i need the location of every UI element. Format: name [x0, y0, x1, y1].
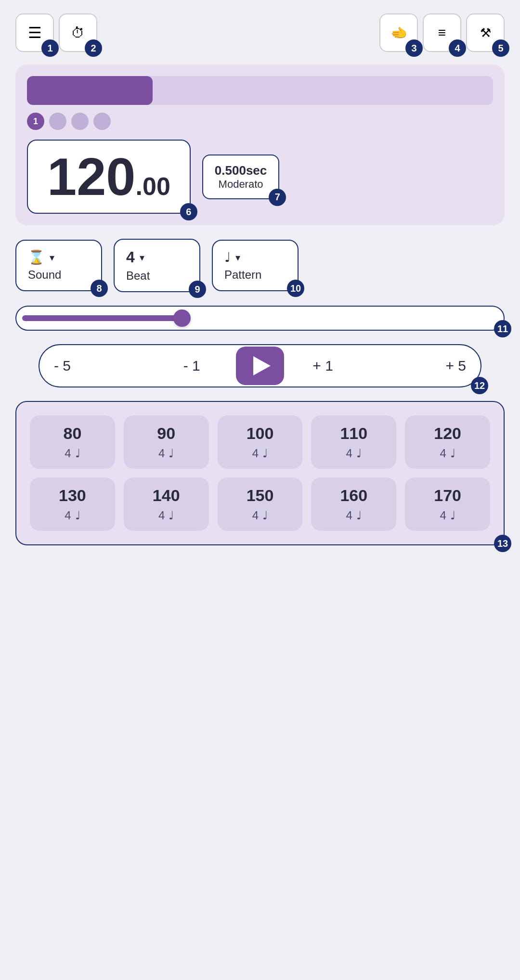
play-icon — [253, 356, 271, 375]
preset-beat-130: 4 — [65, 509, 71, 522]
metronome-icon: ⌛ — [28, 249, 45, 265]
preset-beat-100: 4 — [252, 447, 259, 460]
menu-icon: ☰ — [28, 24, 42, 42]
beat-dot-3 — [71, 113, 89, 130]
preset-card-90[interactable]: 90 4 ♩ — [124, 415, 209, 469]
badge-5: 5 — [492, 39, 509, 57]
list-icon: ≡ — [438, 25, 446, 40]
badge-3: 3 — [405, 39, 423, 57]
tuner-icon: ⚒ — [480, 26, 491, 40]
beat-dot-2 — [49, 113, 66, 130]
playback-section: - 5 - 1 + 1 + 5 12 — [39, 344, 481, 387]
badge-2: 2 — [85, 39, 102, 57]
preset-details-140: 4 ♩ — [129, 509, 204, 522]
preset-bpm-120: 120 — [410, 424, 485, 443]
slider-fill — [22, 315, 178, 321]
preset-beat-110: 4 — [346, 447, 352, 460]
badge-9: 9 — [189, 281, 206, 298]
preset-card-140[interactable]: 140 4 ♩ — [124, 477, 209, 531]
beat-label: Beat — [126, 269, 150, 283]
preset-card-160[interactable]: 160 4 ♩ — [311, 477, 396, 531]
preset-bpm-80: 80 — [35, 424, 110, 443]
preset-beat-160: 4 — [346, 509, 352, 522]
preset-bpm-140: 140 — [129, 486, 204, 505]
play-button[interactable] — [236, 347, 284, 385]
badge-8: 8 — [91, 280, 108, 297]
presets-grid: 80 4 ♩ 90 4 ♩ 100 4 ♩ 110 4 ♩ 120 4 ♩ 13… — [30, 415, 490, 531]
badge-12: 12 — [471, 377, 488, 394]
tempo-name-label: Moderato — [215, 178, 267, 191]
minus5-button[interactable]: - 5 — [54, 358, 71, 374]
preset-beat-120: 4 — [440, 447, 446, 460]
preset-card-120[interactable]: 120 4 ♩ — [405, 415, 490, 469]
beat-top: 4 ▾ — [126, 248, 144, 266]
tuner-button[interactable]: ⚒ 5 — [466, 13, 505, 52]
interval-display: 0.500sec — [215, 163, 267, 178]
preset-note-80: ♩ — [75, 447, 80, 460]
preset-note-120: ♩ — [450, 447, 455, 460]
sound-top: ⌛ ▾ — [28, 249, 54, 265]
preset-bpm-160: 160 — [316, 486, 391, 505]
beat-value-display: 4 — [126, 248, 135, 266]
preset-note-90: ♩ — [169, 447, 174, 460]
preset-beat-140: 4 — [158, 509, 165, 522]
preset-note-170: ♩ — [450, 509, 455, 522]
preset-details-90: 4 ♩ — [129, 447, 204, 460]
badge-11: 11 — [494, 320, 511, 337]
preset-bpm-110: 110 — [316, 424, 391, 443]
menu-button[interactable]: ☰ 1 — [15, 13, 54, 52]
preset-beat-90: 4 — [158, 447, 165, 460]
tempo-display[interactable]: 120.00 6 — [27, 140, 191, 214]
preset-bpm-150: 150 — [222, 486, 298, 505]
badge-10: 10 — [287, 280, 304, 297]
playback-bar: - 5 - 1 + 1 + 5 12 — [39, 344, 481, 387]
tempo-row: 120.00 6 0.500sec Moderato 7 — [27, 140, 493, 214]
badge-4: 4 — [449, 39, 466, 57]
tempo-decimal: .00 — [136, 172, 170, 200]
progress-bar-fill — [27, 76, 153, 105]
preset-details-100: 4 ♩ — [222, 447, 298, 460]
note-icon: ♩ — [224, 249, 231, 265]
preset-note-100: ♩ — [262, 447, 268, 460]
preset-details-160: 4 ♩ — [316, 509, 391, 522]
timer-icon: ⏱ — [71, 25, 85, 41]
plus5-button[interactable]: + 5 — [445, 358, 466, 374]
preset-beat-170: 4 — [440, 509, 446, 522]
preset-card-110[interactable]: 110 4 ♩ — [311, 415, 396, 469]
preset-bpm-130: 130 — [35, 486, 110, 505]
header-right: 🫲 3 ≡ 4 ⚒ 5 — [379, 13, 505, 52]
presets-section: 80 4 ♩ 90 4 ♩ 100 4 ♩ 110 4 ♩ 120 4 ♩ 13… — [15, 401, 505, 545]
slider-section: 11 — [15, 306, 505, 331]
preset-details-110: 4 ♩ — [316, 447, 391, 460]
pattern-arrow-icon: ▾ — [235, 252, 240, 263]
preset-note-140: ♩ — [169, 509, 174, 522]
sound-arrow-icon: ▾ — [50, 252, 54, 263]
preset-note-160: ♩ — [356, 509, 362, 522]
preset-card-100[interactable]: 100 4 ♩ — [218, 415, 303, 469]
preset-bpm-90: 90 — [129, 424, 204, 443]
preset-card-80[interactable]: 80 4 ♩ — [30, 415, 115, 469]
plus1-button[interactable]: + 1 — [312, 358, 333, 374]
slider-thumb[interactable] — [173, 309, 191, 327]
beat-arrow-icon: ▾ — [140, 252, 144, 263]
preset-card-150[interactable]: 150 4 ♩ — [218, 477, 303, 531]
beat-dropdown[interactable]: 4 ▾ Beat 9 — [114, 239, 200, 292]
touch-button[interactable]: 🫲 3 — [379, 13, 418, 52]
preset-details-170: 4 ♩ — [410, 509, 485, 522]
progress-bar-container — [27, 76, 493, 105]
slider-track[interactable]: 11 — [15, 306, 505, 331]
preset-beat-80: 4 — [65, 447, 71, 460]
preset-card-130[interactable]: 130 4 ♩ — [30, 477, 115, 531]
preset-card-170[interactable]: 170 4 ♩ — [405, 477, 490, 531]
timer-button[interactable]: ⏱ 2 — [59, 13, 97, 52]
minus1-button[interactable]: - 1 — [183, 358, 200, 374]
tempo-info-box: 0.500sec Moderato 7 — [202, 155, 279, 199]
controls-row: ⌛ ▾ Sound 8 4 ▾ Beat 9 ♩ ▾ Pattern 10 — [15, 239, 505, 292]
pattern-dropdown[interactable]: ♩ ▾ Pattern 10 — [212, 240, 299, 291]
preset-bpm-100: 100 — [222, 424, 298, 443]
preset-details-80: 4 ♩ — [35, 447, 110, 460]
preset-bpm-170: 170 — [410, 486, 485, 505]
header: ☰ 1 ⏱ 2 🫲 3 ≡ 4 ⚒ 5 — [0, 0, 520, 60]
list-button[interactable]: ≡ 4 — [423, 13, 461, 52]
sound-dropdown[interactable]: ⌛ ▾ Sound 8 — [15, 240, 102, 291]
